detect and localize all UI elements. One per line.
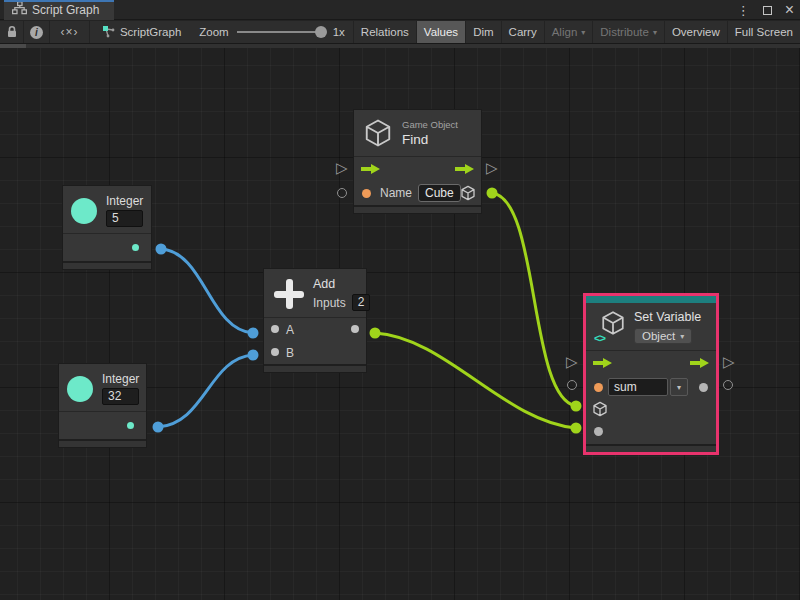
node-add[interactable]: Add Inputs 2 A B — [263, 268, 367, 373]
setvar-control-out-triangle-port[interactable]: ▷ — [723, 354, 735, 369]
zoom-slider-handle[interactable] — [315, 26, 327, 38]
setvar-ports: sum ▾ — [586, 350, 716, 444]
zoom-slider[interactable] — [237, 26, 325, 38]
name-param-row: Name Cube — [354, 181, 481, 205]
integer-type-icon — [71, 198, 97, 224]
setvar-control-in-triangle-port[interactable]: ▷ — [566, 354, 578, 369]
tab-script-graph[interactable]: Script Graph — [4, 0, 114, 20]
zoom-control: Zoom 1x — [191, 21, 353, 43]
control-input-arrow-icon[interactable] — [592, 357, 613, 372]
node-integer-a[interactable]: Integer 5 — [62, 185, 152, 270]
value-output-port[interactable] — [699, 383, 708, 392]
wire-add-to-setvar — [375, 333, 576, 428]
node-set-variable-selected[interactable]: <> Set Variable Object ▾ — [583, 293, 719, 455]
node-footer — [264, 364, 366, 372]
name-input-port[interactable] — [362, 189, 371, 198]
name-value-field[interactable]: Cube — [418, 184, 461, 202]
chevron-down-icon: ▾ — [653, 28, 657, 37]
node-title: Integer — [102, 372, 139, 386]
set-variable-icon: <> — [594, 310, 626, 344]
lock-button[interactable] — [0, 21, 24, 43]
breadcrumb[interactable]: ScriptGraph — [90, 21, 191, 43]
align-button[interactable]: Align ▾ — [545, 21, 594, 43]
integer-value-field[interactable]: 32 — [102, 388, 139, 405]
node-footer — [586, 444, 716, 452]
dim-button[interactable]: Dim — [466, 21, 501, 43]
control-output-arrow-icon[interactable] — [689, 357, 710, 372]
integer-a-ports — [63, 233, 151, 261]
value-input-port[interactable] — [594, 427, 603, 436]
chevron-down-icon: ▾ — [581, 28, 585, 37]
node-find[interactable]: Game Object Find Name Cube — [353, 109, 482, 214]
input-port-b[interactable] — [271, 348, 279, 356]
close-icon[interactable]: × — [785, 2, 794, 18]
chevron-down-icon: ▾ — [680, 332, 684, 341]
wire-find-to-setvar — [492, 193, 576, 406]
find-control-in-triangle-port[interactable]: ▷ — [336, 160, 348, 175]
maximize-icon[interactable] — [763, 6, 772, 15]
setvar-value-out-circle-port[interactable] — [723, 380, 733, 390]
scope-label: Object — [642, 330, 675, 342]
find-header: Game Object Find — [354, 110, 481, 156]
input-port-a[interactable] — [271, 325, 279, 333]
fullscreen-button[interactable]: Full Screen — [728, 21, 800, 43]
zoom-value: 1x — [333, 26, 345, 38]
breadcrumb-label: ScriptGraph — [120, 26, 181, 38]
wire-int5-to-add-a — [161, 249, 253, 333]
output-port[interactable] — [132, 244, 139, 251]
graph-canvas[interactable]: Integer 5 Integer 32 — [0, 44, 800, 600]
script-graph-asset-icon — [102, 25, 115, 40]
zoom-slider-track — [237, 31, 325, 33]
variable-name-combo: sum ▾ — [608, 378, 688, 396]
canvas-top-strip — [0, 44, 800, 48]
node-title: Find — [402, 132, 458, 147]
port-row-a: A — [264, 318, 366, 341]
variable-angle-brackets-icon: <> — [594, 332, 605, 344]
gameobject-output-port-icon[interactable] — [460, 185, 476, 201]
variable-name-field[interactable]: sum — [608, 378, 668, 396]
variable-scope-dropdown[interactable]: Object ▾ — [634, 328, 692, 344]
values-button[interactable]: Values — [417, 21, 466, 43]
add-icon — [274, 279, 304, 309]
scrollbar-thumb[interactable] — [0, 44, 26, 48]
zoom-label: Zoom — [199, 26, 228, 38]
add-ports: A B — [264, 317, 366, 364]
carry-button[interactable]: Carry — [502, 21, 545, 43]
node-integer-b[interactable]: Integer 32 — [58, 363, 147, 448]
graph-toolbar: i ‹×› ScriptGraph Zoom 1x Relations Valu… — [0, 21, 800, 44]
active-tab-accent — [4, 0, 114, 2]
inputs-label: Inputs — [313, 296, 346, 310]
lock-icon — [6, 25, 18, 40]
node-footer — [63, 261, 151, 269]
distribute-button[interactable]: Distribute ▾ — [593, 21, 665, 43]
code-toggle-button[interactable]: ‹×› — [50, 21, 90, 43]
overview-button[interactable]: Overview — [665, 21, 728, 43]
unity-script-graph-window: Script Graph ⋮ × i ‹×› ScriptGraph Zoom — [0, 0, 800, 600]
tab-title: Script Graph — [32, 3, 99, 17]
variable-name-input-port[interactable] — [594, 383, 603, 392]
chevron-down-icon: ▾ — [677, 383, 681, 392]
distribute-label: Distribute — [600, 26, 649, 38]
more-icon[interactable]: ⋮ — [737, 4, 750, 17]
window-controls: ⋮ × — [737, 1, 794, 19]
gameobject-input-port-icon[interactable] — [592, 401, 608, 417]
control-input-arrow-icon[interactable] — [360, 163, 381, 178]
variable-name-dropdown-button[interactable]: ▾ — [670, 378, 688, 396]
control-flow-row — [354, 157, 481, 181]
inputs-count-field[interactable]: 2 — [352, 294, 371, 311]
port-a-label: A — [286, 323, 294, 337]
target-object-row — [586, 399, 716, 420]
control-output-arrow-icon[interactable] — [454, 163, 475, 178]
info-button[interactable]: i — [24, 21, 50, 43]
setvar-name-in-circle-port[interactable] — [567, 380, 577, 390]
node-footer — [59, 439, 146, 447]
output-port[interactable] — [127, 422, 134, 429]
node-title: Set Variable — [634, 310, 701, 324]
relations-button[interactable]: Relations — [353, 21, 417, 43]
find-name-in-circle-port[interactable] — [337, 188, 347, 198]
integer-value-field[interactable]: 5 — [106, 210, 143, 227]
port-b-label: B — [286, 346, 294, 360]
find-control-out-triangle-port[interactable]: ▷ — [486, 160, 498, 175]
wire-int32-to-add-b — [158, 355, 253, 427]
output-port[interactable] — [351, 325, 359, 333]
